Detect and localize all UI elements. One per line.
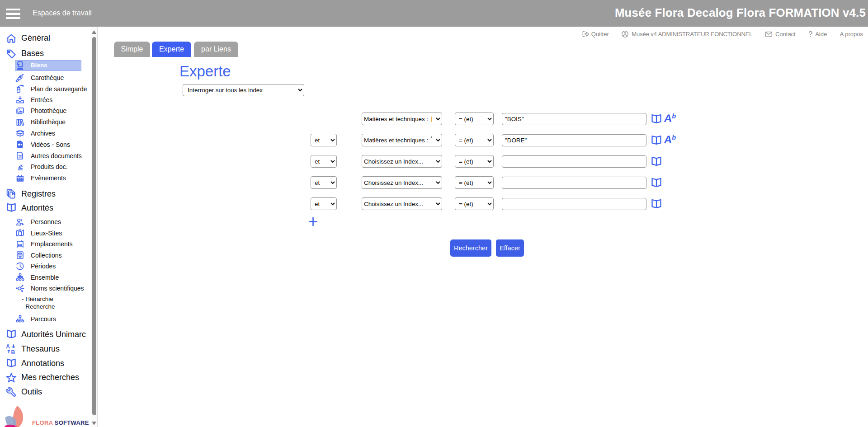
svg-text:A: A [6, 343, 10, 350]
svg-text:B: B [11, 349, 15, 355]
